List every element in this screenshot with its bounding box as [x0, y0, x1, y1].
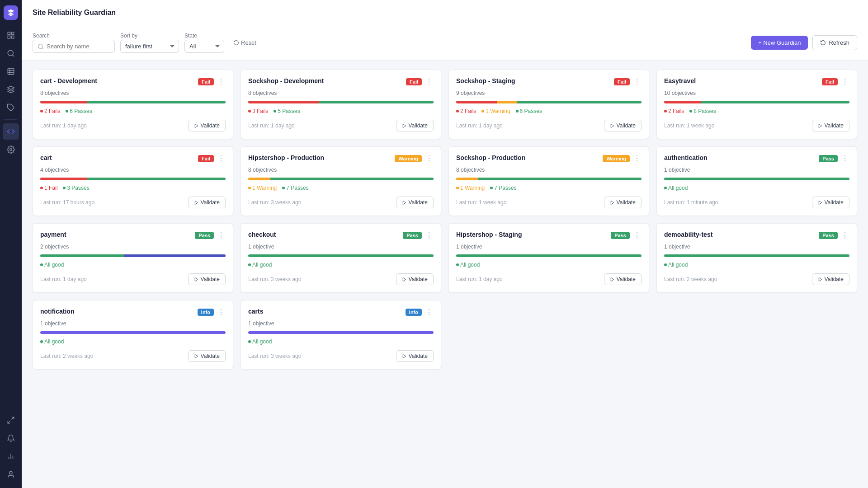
card-header: payment Pass ⋮	[40, 231, 226, 240]
refresh-button[interactable]: Refresh	[812, 35, 857, 50]
validate-button[interactable]: Validate	[188, 350, 226, 362]
sidebar-icon-chart[interactable]	[3, 448, 19, 465]
play-icon	[610, 123, 615, 128]
validate-button[interactable]: Validate	[812, 273, 849, 285]
more-options-button[interactable]: ⋮	[632, 77, 642, 86]
more-options-button[interactable]: ⋮	[217, 231, 226, 240]
search-icon	[38, 43, 44, 50]
card-header: Hipstershop - Production Warning ⋮	[248, 154, 434, 163]
svg-marker-22	[819, 201, 821, 204]
progress-bar	[40, 178, 226, 180]
sidebar-icon-grid[interactable]	[3, 63, 19, 80]
card-stats: 2 Fails8 Passes	[664, 108, 849, 114]
more-options-button[interactable]: ⋮	[425, 77, 434, 86]
sidebar	[0, 0, 22, 488]
card-objectives: 1 objective	[664, 167, 849, 173]
card-objectives: 8 objectives	[40, 90, 226, 96]
more-options-button[interactable]: ⋮	[632, 231, 642, 240]
more-options-button[interactable]: ⋮	[425, 308, 434, 317]
more-options-button[interactable]: ⋮	[632, 154, 642, 163]
validate-button[interactable]: Validate	[812, 197, 849, 208]
sidebar-icon-code[interactable]	[3, 123, 19, 140]
status-badge: Pass	[819, 155, 838, 162]
progress-bar	[456, 101, 642, 103]
last-run: Last run: 1 minute ago	[664, 199, 718, 206]
play-icon	[818, 277, 823, 282]
guardian-card: Sockshop - Production Warning ⋮ 8 object…	[448, 146, 649, 216]
more-options-button[interactable]: ⋮	[425, 154, 434, 163]
sort-select[interactable]: failure first name last run	[120, 40, 179, 53]
guardian-card: cart Fail ⋮ 4 objectives 1 Fail3 Passes …	[33, 146, 233, 216]
svg-rect-1	[12, 32, 14, 34]
sidebar-icon-search[interactable]	[3, 45, 19, 61]
reset-button[interactable]: Reset	[230, 37, 260, 49]
card-footer: Last run: 3 weeks ago Validate	[248, 350, 434, 362]
validate-button[interactable]: Validate	[604, 120, 642, 131]
last-run: Last run: 1 week ago	[664, 122, 714, 129]
last-run: Last run: 3 weeks ago	[248, 276, 301, 282]
card-header-right: Pass ⋮	[819, 231, 849, 240]
validate-button[interactable]: Validate	[812, 120, 849, 131]
validate-button[interactable]: Validate	[188, 273, 226, 285]
progress-bar	[664, 254, 849, 257]
status-badge: Pass	[819, 232, 838, 239]
validate-button[interactable]: Validate	[396, 120, 434, 131]
status-badge: Pass	[195, 232, 214, 239]
card-header: Sockshop - Production Warning ⋮	[456, 154, 642, 163]
more-options-button[interactable]: ⋮	[425, 231, 434, 240]
sidebar-icon-user[interactable]	[3, 466, 19, 483]
toolbar: Search Sort by failure first name last r…	[22, 25, 868, 61]
validate-button[interactable]: Validate	[188, 197, 226, 208]
sidebar-icon-tag[interactable]	[3, 99, 19, 116]
status-badge: Pass	[611, 232, 630, 239]
svg-marker-20	[403, 201, 406, 204]
card-stats: All good	[664, 185, 849, 191]
more-options-button[interactable]: ⋮	[217, 308, 226, 317]
search-input[interactable]	[47, 43, 110, 50]
progress-bar	[664, 101, 849, 103]
card-title: Hipstershop - Production	[248, 154, 391, 161]
validate-button[interactable]: Validate	[396, 197, 434, 208]
svg-marker-26	[819, 277, 821, 281]
guardian-card: Sockshop - Staging Fail ⋮ 9 objectives 2…	[448, 70, 649, 139]
card-stats: All good	[40, 262, 226, 268]
sidebar-icon-bell[interactable]	[3, 430, 19, 446]
sidebar-icon-expand[interactable]	[3, 412, 19, 428]
new-guardian-button[interactable]: + New Guardian	[751, 36, 808, 50]
more-options-button[interactable]: ⋮	[217, 77, 226, 86]
sidebar-icon-layers[interactable]	[3, 81, 19, 98]
card-footer: Last run: 1 minute ago Validate	[664, 197, 849, 208]
play-icon	[194, 354, 199, 359]
validate-button[interactable]: Validate	[396, 273, 434, 285]
more-options-button[interactable]: ⋮	[840, 77, 849, 86]
svg-marker-21	[611, 201, 613, 204]
search-label: Search	[33, 33, 115, 39]
card-title: carts	[248, 308, 402, 315]
card-objectives: 8 objectives	[456, 167, 642, 173]
more-options-button[interactable]: ⋮	[840, 231, 849, 240]
status-badge: Fail	[198, 78, 214, 85]
validate-button[interactable]: Validate	[188, 120, 226, 131]
more-options-button[interactable]: ⋮	[217, 154, 226, 163]
card-objectives: 1 objective	[40, 320, 226, 327]
app-logo[interactable]	[4, 5, 18, 20]
more-options-button[interactable]: ⋮	[840, 154, 849, 163]
last-run: Last run: 2 weeks ago	[40, 353, 93, 359]
validate-button[interactable]: Validate	[604, 273, 642, 285]
play-icon	[402, 200, 407, 205]
validate-button[interactable]: Validate	[396, 350, 434, 362]
play-icon	[194, 123, 199, 128]
state-select[interactable]: All Fail Warning Pass Info	[184, 40, 224, 53]
last-run: Last run: 3 weeks ago	[248, 353, 301, 359]
card-header: carts Info ⋮	[248, 308, 434, 317]
search-box[interactable]	[33, 40, 115, 53]
card-title: authentication	[664, 154, 815, 161]
validate-button[interactable]: Validate	[604, 197, 642, 208]
sidebar-icon-dashboard[interactable]	[3, 27, 19, 43]
sidebar-icon-settings[interactable]	[3, 141, 19, 158]
card-footer: Last run: 1 day ago Validate	[456, 120, 642, 131]
card-header-right: Fail ⋮	[198, 77, 226, 86]
card-stats: 1 Warning7 Passes	[248, 185, 434, 191]
card-objectives: 2 objectives	[40, 244, 226, 250]
card-footer: Last run: 3 weeks ago Validate	[248, 273, 434, 285]
